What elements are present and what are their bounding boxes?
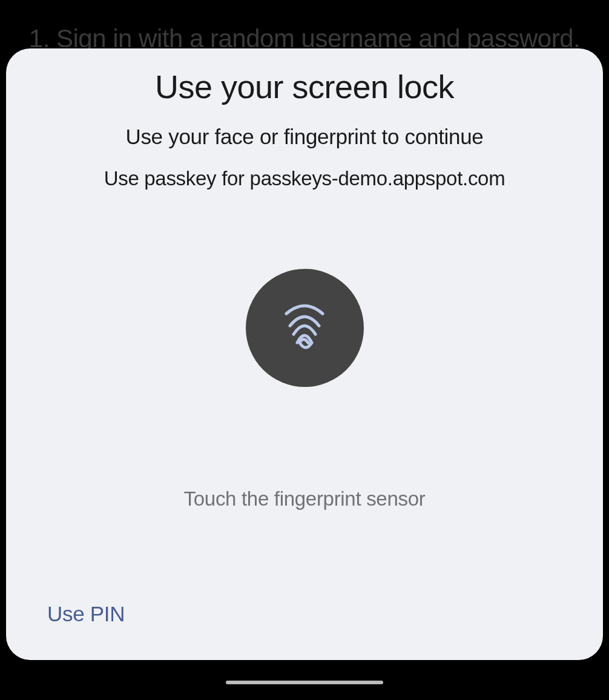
- dialog-description: Use passkey for passkeys-demo.appspot.co…: [42, 167, 567, 190]
- dialog-title: Use your screen lock: [42, 68, 567, 105]
- home-indicator[interactable]: [226, 681, 383, 684]
- fingerprint-icon: [274, 297, 335, 360]
- fingerprint-sensor-area[interactable]: [42, 269, 567, 387]
- biometric-auth-dialog: Use your screen lock Use your face or fi…: [6, 48, 603, 660]
- fingerprint-icon-circle: [246, 269, 364, 387]
- use-pin-button[interactable]: Use PIN: [47, 597, 567, 631]
- dialog-subtitle: Use your face or fingerprint to continue: [42, 125, 567, 149]
- fingerprint-hint-text: Touch the fingerprint sensor: [42, 487, 567, 510]
